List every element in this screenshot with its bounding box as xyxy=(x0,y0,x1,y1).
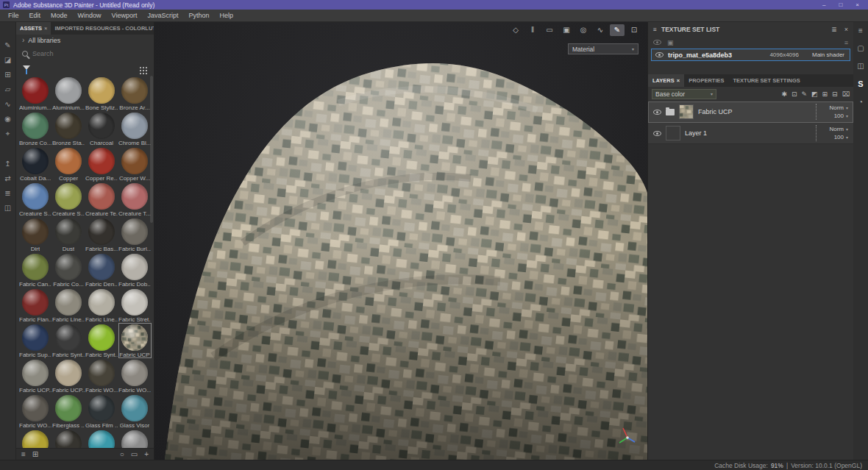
menu-help[interactable]: Help xyxy=(214,12,238,19)
details-view-icon[interactable]: ≡ xyxy=(21,450,26,458)
material-item[interactable] xyxy=(85,429,118,448)
material-item[interactable]: Creature S... xyxy=(52,182,85,217)
stack-filter-icon[interactable]: ▣ xyxy=(667,39,674,46)
tab-texture-set-settings[interactable]: TEXTURE SET SETTINGS xyxy=(728,74,804,87)
material-item[interactable]: Aluminium... xyxy=(52,76,85,111)
material-item[interactable] xyxy=(52,429,85,448)
material-item[interactable]: Fabric Line... xyxy=(52,288,85,323)
panel-options-icon[interactable]: ≣ xyxy=(831,26,837,33)
material-item[interactable]: Glass Film ... xyxy=(85,394,118,429)
maximize-button[interactable]: □ xyxy=(839,1,842,8)
material-item[interactable]: Dirt xyxy=(19,217,52,252)
channel-dropdown[interactable]: Base color ▾ xyxy=(652,89,716,99)
material-item[interactable]: Charcoal xyxy=(85,111,118,146)
add-fill-layer-icon[interactable]: ◩ xyxy=(811,90,818,98)
viewport-display-icon[interactable]: ◇ xyxy=(508,24,523,36)
material-item[interactable]: Fabric WO... xyxy=(19,394,52,429)
material-item[interactable]: Bronze Sta... xyxy=(52,111,85,146)
search-input[interactable] xyxy=(32,50,148,57)
panel-close-icon[interactable]: × xyxy=(844,26,848,33)
opacity-value[interactable]: 100 xyxy=(834,134,844,140)
menu-edit[interactable]: Edit xyxy=(24,12,46,19)
material-item[interactable]: Copper Re... xyxy=(85,146,118,182)
menu-file[interactable]: File xyxy=(3,12,24,19)
shader-mode-dropdown[interactable]: Material ▾ xyxy=(568,43,638,54)
material-item[interactable]: Fabric Sup... xyxy=(19,323,52,358)
layer-row-layer-1[interactable]: Layer 1 Norm ▾ 100 ▾ xyxy=(648,123,853,144)
smudge-icon[interactable]: ∿ xyxy=(2,99,14,110)
layer-stack-icon[interactable]: ▣ xyxy=(559,24,574,36)
pencil-tool-icon[interactable]: ✎ xyxy=(610,24,625,36)
menu-mode[interactable]: Mode xyxy=(46,12,73,19)
material-item[interactable]: Fabric WO... xyxy=(118,358,152,394)
filter-funnel-icon[interactable] xyxy=(23,65,30,70)
material-item[interactable]: Fabric Flan... xyxy=(19,288,52,323)
material-item[interactable]: Fabric Stret... xyxy=(118,288,152,323)
shelf-toggle-icon[interactable]: ◫ xyxy=(2,202,14,213)
thumbnail-view-icon[interactable]: ⊞ xyxy=(32,450,38,458)
tab-layers[interactable]: LAYERS × xyxy=(648,74,684,87)
material-item[interactable] xyxy=(118,429,152,448)
substance-logo-icon[interactable]: S xyxy=(858,79,863,88)
layer-visibility-eye-icon[interactable] xyxy=(653,110,661,115)
list-options-icon[interactable]: ≡ xyxy=(844,39,848,46)
display-settings-icon[interactable]: ▢ xyxy=(857,44,864,52)
tab-close-icon[interactable]: × xyxy=(44,25,47,32)
viewport-3d[interactable]: ◇ ‖ ▭ ▣ ◎ ∿ ✎ ⊡ Material ▾ xyxy=(154,22,647,460)
eraser-icon[interactable]: ◪ xyxy=(2,54,14,65)
path-tool-icon[interactable]: ∿ xyxy=(593,24,608,36)
add-mask-icon[interactable]: ⊡ xyxy=(791,90,797,98)
material-item[interactable]: Fabric UCP xyxy=(118,323,152,358)
pause-icon[interactable]: ‖ xyxy=(525,24,540,36)
material-item[interactable]: Bronze Ar... xyxy=(118,76,152,111)
panel-menu-icon[interactable]: ≡ xyxy=(858,26,863,35)
material-item[interactable]: Fabric Line... xyxy=(85,288,118,323)
resources-icon[interactable]: ⇄ xyxy=(2,173,14,184)
material-item[interactable]: Chrome Bl... xyxy=(118,111,152,146)
material-item[interactable]: Creature T... xyxy=(118,182,152,217)
add-paint-layer-icon[interactable]: ✎ xyxy=(801,90,807,98)
minimize-button[interactable]: – xyxy=(822,1,825,8)
visibility-filter-icon[interactable] xyxy=(653,40,661,45)
export-icon[interactable]: ↥ xyxy=(2,158,14,169)
camera-icon[interactable]: ◎ xyxy=(576,24,591,36)
layer-visibility-eye-icon[interactable] xyxy=(653,131,661,136)
material-picker-icon[interactable]: ⌖ xyxy=(2,128,14,139)
snapshot-icon[interactable]: ⊡ xyxy=(627,24,641,36)
blend-mode-dropdown[interactable]: Norm xyxy=(829,104,844,111)
polygon-fill-icon[interactable]: ▱ xyxy=(2,84,14,95)
blend-mode-dropdown[interactable]: Norm xyxy=(829,126,844,132)
material-item[interactable]: Cobalt Da... xyxy=(19,146,52,182)
texture-set-row[interactable]: tripo_mat_e5a8deb3 4096x4096 Main shader xyxy=(651,49,850,61)
paint-brush-icon[interactable]: ✎ xyxy=(2,40,14,51)
material-item[interactable] xyxy=(19,429,52,448)
material-item[interactable]: Fabric WO... xyxy=(85,358,118,394)
material-item[interactable]: Fabric Dob... xyxy=(118,252,152,288)
menu-window[interactable]: Window xyxy=(73,12,107,19)
frame-icon[interactable]: ▭ xyxy=(131,450,138,458)
material-item[interactable]: Fabric UCP... xyxy=(52,358,85,394)
material-item[interactable]: Fabric Can... xyxy=(19,252,52,288)
add-smart-material-icon[interactable]: ⊞ xyxy=(822,90,828,98)
model-3d-camo-cap[interactable] xyxy=(154,22,647,460)
menu-javascript[interactable]: JavaScript xyxy=(142,12,183,19)
texture-set-visibility-eye-icon[interactable] xyxy=(655,52,664,57)
layer-row-fabric-ucp[interactable]: Fabric UCP Norm ▾ 100 ▾ xyxy=(648,102,853,123)
menu-viewport[interactable]: Viewport xyxy=(107,12,143,19)
history-icon[interactable]: ◔ xyxy=(858,98,863,106)
material-item[interactable]: Fabric Den... xyxy=(85,252,118,288)
material-item[interactable]: Creature S... xyxy=(19,182,52,217)
projection-icon[interactable]: ⊞ xyxy=(2,69,14,80)
material-item[interactable]: Creature Te... xyxy=(85,182,118,217)
material-item[interactable]: Bronze Co... xyxy=(19,111,52,146)
opacity-value[interactable]: 100 xyxy=(834,113,844,119)
material-item[interactable]: Dust xyxy=(52,217,85,252)
delete-layer-icon[interactable]: ⌧ xyxy=(842,90,850,98)
tab-layers-close-icon[interactable]: × xyxy=(677,77,680,84)
add-asset-button[interactable]: + xyxy=(144,450,149,458)
grid-view-icon[interactable] xyxy=(140,67,141,68)
tab-imported-resources[interactable]: IMPORTED RESOURCES - COLORLUT xyxy=(51,22,154,35)
material-item[interactable]: Aluminium... xyxy=(19,76,52,111)
material-item[interactable]: Copper W... xyxy=(118,146,152,182)
material-item[interactable]: Bone Styliz... xyxy=(85,76,118,111)
